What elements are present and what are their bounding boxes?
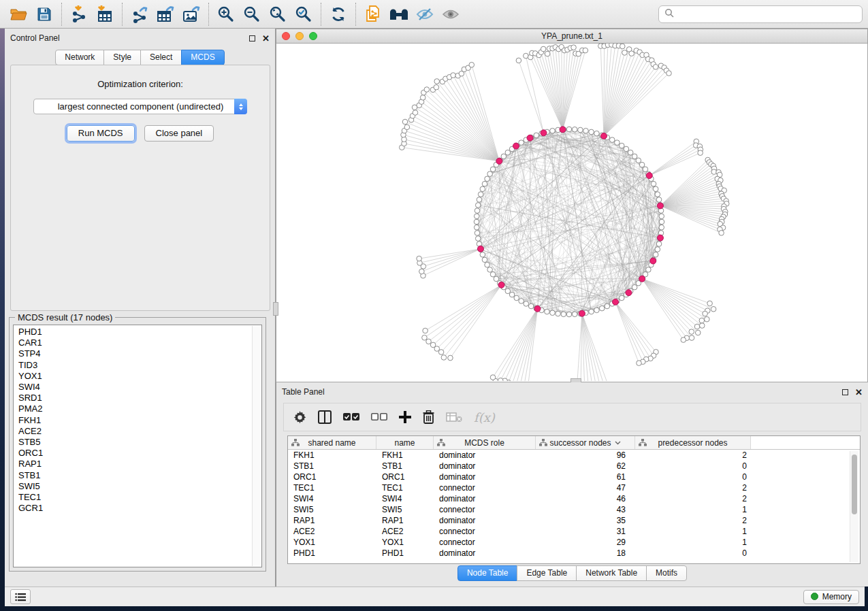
list-item[interactable]: STB5 (18, 437, 261, 448)
table-row[interactable]: SWI5SWI5connector431 (288, 504, 860, 515)
list-item[interactable]: CAR1 (18, 337, 261, 348)
table-row[interactable]: YOX1YOX1connector291 (288, 537, 860, 548)
table-row[interactable]: STB1STB1dominator620 (288, 461, 860, 472)
list-item[interactable]: ORC1 (18, 448, 261, 459)
list-item[interactable]: PHD1 (18, 327, 261, 337)
table-row[interactable]: SWI4SWI4dominator462 (288, 493, 860, 504)
list-item[interactable]: RAP1 (18, 459, 261, 469)
zoom-fit-button[interactable] (265, 3, 291, 26)
import-network-button[interactable] (66, 3, 92, 26)
main-toolbar (0, 0, 868, 29)
export-image-button[interactable] (178, 3, 204, 26)
tab-network-table[interactable]: Network Table (576, 565, 647, 581)
float-panel-icon[interactable] (249, 35, 255, 42)
list-item[interactable]: STB1 (18, 470, 261, 481)
table-cell: 47 (536, 482, 635, 493)
copy-network-button[interactable] (360, 3, 386, 26)
list-item[interactable]: TEC1 (18, 492, 261, 503)
network-canvas[interactable] (276, 44, 868, 382)
show-log-button[interactable] (10, 589, 31, 604)
add-column-button[interactable] (399, 411, 411, 423)
list-item[interactable]: FKH1 (18, 415, 261, 426)
column-header-name[interactable]: name (376, 436, 434, 449)
criterion-dropdown[interactable]: largest connected component (undirected) (33, 99, 247, 114)
table-settings-button[interactable] (293, 411, 306, 424)
tab-motifs[interactable]: Motifs (646, 565, 687, 581)
close-panel-icon[interactable]: ✕ (855, 388, 863, 397)
float-panel-icon[interactable] (842, 389, 848, 395)
import-table-button[interactable] (92, 3, 118, 26)
open-button[interactable] (5, 3, 31, 26)
table-cell: RAP1 (376, 515, 434, 526)
run-mcds-button[interactable]: Run MCDS (67, 125, 135, 142)
list-item[interactable]: TID3 (18, 360, 261, 371)
export-table-button[interactable] (152, 3, 178, 26)
table-scrollbar-thumb[interactable] (852, 455, 857, 514)
table-row[interactable]: TEC1TEC1connector472 (288, 482, 860, 493)
table-cell: STB1 (376, 461, 434, 472)
delete-column-button[interactable] (423, 410, 434, 424)
split-handle-vertical[interactable] (273, 302, 278, 316)
zoom-in-button[interactable] (213, 3, 239, 26)
tab-network[interactable]: Network (55, 50, 104, 65)
import-table-icon (96, 5, 114, 23)
zoom-fit-icon (269, 5, 287, 23)
export-network-button[interactable] (127, 3, 152, 26)
table-row[interactable]: PHD1PHD1dominator180 (288, 548, 860, 559)
zoom-out-button[interactable] (239, 3, 265, 26)
tab-edge-table[interactable]: Edge Table (517, 565, 577, 581)
column-header-mcds-role[interactable]: MCDS role (434, 436, 536, 449)
tab-select[interactable]: Select (140, 50, 182, 65)
table-cell: ORC1 (376, 472, 434, 482)
list-item[interactable]: YOX1 (18, 371, 261, 382)
list-item[interactable]: ACE2 (18, 426, 261, 437)
table-row[interactable]: ORC1ORC1dominator610 (288, 472, 860, 482)
select-all-button[interactable] (343, 412, 359, 422)
close-panel-button[interactable]: Close panel (144, 125, 214, 142)
tab-node-table[interactable]: Node Table (457, 565, 518, 581)
save-floppy-icon (36, 6, 52, 22)
list-item[interactable]: SRD1 (18, 393, 261, 403)
table-row[interactable]: ACE2ACE2connector311 (288, 526, 860, 537)
list-item[interactable]: PMA2 (18, 403, 261, 414)
mcds-result-list[interactable]: PHD1CAR1STP4TID3YOX1SWI4SRD1PMA2FKH1ACE2… (13, 325, 262, 567)
list-item[interactable]: STP4 (18, 348, 261, 359)
list-item[interactable]: SWI5 (18, 481, 261, 492)
table-cell: RAP1 (288, 515, 376, 526)
table-cell: SWI5 (376, 504, 434, 515)
tab-mcds[interactable]: MCDS (181, 50, 224, 65)
deselect-all-button[interactable] (371, 412, 387, 422)
column-header-predecessor-nodes[interactable]: predecessor nodes (635, 436, 751, 449)
tab-style[interactable]: Style (103, 50, 141, 65)
result-list-scrollbar[interactable] (252, 326, 261, 566)
table-cell: 0 (635, 461, 751, 472)
network-search-field[interactable] (658, 5, 863, 23)
network-window-title: YPA_prune.txt_1 (276, 31, 867, 41)
close-panel-icon[interactable]: ✕ (262, 34, 270, 43)
network-window-titlebar[interactable]: YPA_prune.txt_1 (276, 29, 868, 44)
table-scrollbar[interactable] (850, 451, 858, 562)
table-row[interactable]: RAP1RAP1dominator352 (288, 515, 860, 526)
hide-selected-button[interactable] (412, 3, 438, 26)
clear-table-button-disabled[interactable] (446, 412, 462, 423)
table-row[interactable]: FKH1FKH1dominator962 (288, 450, 860, 461)
column-header-successor-nodes[interactable]: successor nodes (536, 436, 635, 449)
control-panel: Control Panel ✕ Network Style Select MCD… (5, 29, 276, 587)
refresh-button[interactable] (325, 3, 351, 26)
save-button[interactable] (31, 3, 57, 26)
refresh-icon (329, 5, 347, 23)
show-columns-button[interactable] (318, 410, 332, 424)
search-network-button[interactable] (386, 3, 412, 26)
table-cell: 2 (635, 482, 751, 493)
memory-button[interactable]: Memory (803, 590, 859, 604)
function-builder-button-disabled[interactable]: f(x) (474, 410, 495, 425)
zoom-selected-button[interactable] (291, 3, 317, 26)
show-all-button[interactable] (438, 3, 464, 26)
status-bar: Memory (5, 587, 865, 606)
column-header-shared-name[interactable]: shared name (288, 436, 376, 449)
table-cell: 0 (635, 472, 751, 482)
list-item[interactable]: SWI4 (18, 382, 261, 393)
table-cell: 31 (536, 526, 635, 537)
list-item[interactable]: GCR1 (18, 503, 261, 514)
search-input[interactable] (678, 10, 856, 19)
